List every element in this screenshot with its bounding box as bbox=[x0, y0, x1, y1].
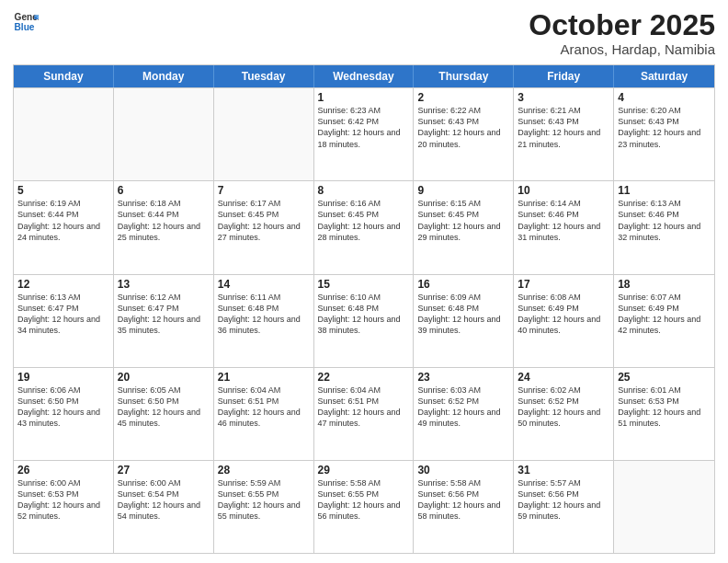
calendar-cell: 29Sunrise: 5:58 AM Sunset: 6:55 PM Dayli… bbox=[314, 461, 415, 553]
day-info: Sunrise: 6:19 AM Sunset: 6:44 PM Dayligh… bbox=[17, 198, 109, 243]
day-info: Sunrise: 6:17 AM Sunset: 6:45 PM Dayligh… bbox=[218, 198, 310, 243]
day-number: 12 bbox=[17, 278, 109, 291]
calendar-cell: 27Sunrise: 6:00 AM Sunset: 6:54 PM Dayli… bbox=[114, 461, 214, 553]
calendar-cell: 25Sunrise: 6:01 AM Sunset: 6:53 PM Dayli… bbox=[614, 368, 714, 460]
weekday-header: Sunday bbox=[14, 65, 114, 87]
calendar-cell: 24Sunrise: 6:02 AM Sunset: 6:52 PM Dayli… bbox=[514, 368, 614, 460]
day-number: 2 bbox=[417, 91, 509, 104]
day-number: 7 bbox=[218, 184, 310, 197]
day-info: Sunrise: 5:58 AM Sunset: 6:56 PM Dayligh… bbox=[417, 477, 509, 523]
day-info: Sunrise: 6:08 AM Sunset: 6:49 PM Dayligh… bbox=[518, 292, 609, 337]
day-number: 21 bbox=[218, 371, 310, 384]
page: General Blue October 2025 Aranos, Hardap… bbox=[0, 0, 728, 563]
day-number: 14 bbox=[218, 278, 310, 291]
calendar-cell: 22Sunrise: 6:04 AM Sunset: 6:51 PM Dayli… bbox=[314, 368, 415, 460]
day-info: Sunrise: 6:06 AM Sunset: 6:50 PM Dayligh… bbox=[17, 385, 109, 430]
day-number: 5 bbox=[17, 184, 109, 197]
calendar-row: 12Sunrise: 6:13 AM Sunset: 6:47 PM Dayli… bbox=[14, 274, 714, 367]
day-number: 16 bbox=[417, 278, 509, 291]
day-number: 19 bbox=[17, 371, 109, 384]
calendar-cell: 26Sunrise: 6:00 AM Sunset: 6:53 PM Dayli… bbox=[14, 461, 114, 553]
calendar-cell: 12Sunrise: 6:13 AM Sunset: 6:47 PM Dayli… bbox=[14, 275, 114, 367]
calendar-cell: 20Sunrise: 6:05 AM Sunset: 6:50 PM Dayli… bbox=[114, 368, 214, 460]
calendar-header: SundayMondayTuesdayWednesdayThursdayFrid… bbox=[14, 65, 714, 87]
day-number: 25 bbox=[618, 371, 711, 384]
calendar-cell: 28Sunrise: 5:59 AM Sunset: 6:55 PM Dayli… bbox=[214, 461, 314, 553]
day-number: 26 bbox=[17, 464, 109, 477]
svg-text:Blue: Blue bbox=[15, 22, 35, 32]
day-number: 11 bbox=[618, 184, 711, 197]
month-title: October 2025 bbox=[529, 9, 715, 41]
calendar-cell: 1Sunrise: 6:23 AM Sunset: 6:42 PM Daylig… bbox=[314, 88, 415, 180]
day-number: 24 bbox=[518, 371, 609, 384]
logo-icon: General Blue bbox=[13, 9, 39, 35]
day-number: 10 bbox=[518, 184, 609, 197]
calendar-row: 19Sunrise: 6:06 AM Sunset: 6:50 PM Dayli… bbox=[14, 367, 714, 460]
day-number: 6 bbox=[118, 184, 210, 197]
weekday-header: Wednesday bbox=[314, 65, 415, 87]
day-info: Sunrise: 6:23 AM Sunset: 6:42 PM Dayligh… bbox=[318, 105, 410, 150]
calendar-cell: 7Sunrise: 6:17 AM Sunset: 6:45 PM Daylig… bbox=[214, 181, 314, 273]
calendar-cell: 17Sunrise: 6:08 AM Sunset: 6:49 PM Dayli… bbox=[514, 275, 614, 367]
calendar-row: 26Sunrise: 6:00 AM Sunset: 6:53 PM Dayli… bbox=[14, 460, 714, 553]
day-info: Sunrise: 6:15 AM Sunset: 6:45 PM Dayligh… bbox=[417, 198, 509, 243]
day-info: Sunrise: 6:00 AM Sunset: 6:54 PM Dayligh… bbox=[118, 477, 210, 523]
calendar-cell: 5Sunrise: 6:19 AM Sunset: 6:44 PM Daylig… bbox=[14, 181, 114, 273]
calendar-cell: 21Sunrise: 6:04 AM Sunset: 6:51 PM Dayli… bbox=[214, 368, 314, 460]
day-info: Sunrise: 6:04 AM Sunset: 6:51 PM Dayligh… bbox=[218, 385, 310, 430]
calendar-cell bbox=[114, 88, 214, 180]
calendar-cell: 3Sunrise: 6:21 AM Sunset: 6:43 PM Daylig… bbox=[514, 88, 614, 180]
day-number: 30 bbox=[417, 464, 509, 477]
day-info: Sunrise: 6:04 AM Sunset: 6:51 PM Dayligh… bbox=[318, 385, 410, 430]
weekday-header: Monday bbox=[114, 65, 214, 87]
calendar-cell: 6Sunrise: 6:18 AM Sunset: 6:44 PM Daylig… bbox=[114, 181, 214, 273]
day-info: Sunrise: 6:12 AM Sunset: 6:47 PM Dayligh… bbox=[118, 292, 210, 337]
day-info: Sunrise: 6:18 AM Sunset: 6:44 PM Dayligh… bbox=[118, 198, 210, 243]
day-info: Sunrise: 6:05 AM Sunset: 6:50 PM Dayligh… bbox=[118, 385, 210, 430]
calendar-cell: 19Sunrise: 6:06 AM Sunset: 6:50 PM Dayli… bbox=[14, 368, 114, 460]
day-number: 28 bbox=[218, 464, 310, 477]
day-info: Sunrise: 6:01 AM Sunset: 6:53 PM Dayligh… bbox=[618, 385, 711, 430]
title-block: October 2025 Aranos, Hardap, Namibia bbox=[529, 9, 715, 57]
day-info: Sunrise: 6:03 AM Sunset: 6:52 PM Dayligh… bbox=[417, 385, 509, 430]
calendar-body: 1Sunrise: 6:23 AM Sunset: 6:42 PM Daylig… bbox=[14, 87, 714, 553]
day-number: 13 bbox=[118, 278, 210, 291]
day-info: Sunrise: 6:11 AM Sunset: 6:48 PM Dayligh… bbox=[218, 292, 310, 337]
day-number: 29 bbox=[318, 464, 410, 477]
calendar-cell: 10Sunrise: 6:14 AM Sunset: 6:46 PM Dayli… bbox=[514, 181, 614, 273]
weekday-header: Tuesday bbox=[214, 65, 314, 87]
calendar-cell: 8Sunrise: 6:16 AM Sunset: 6:45 PM Daylig… bbox=[314, 181, 415, 273]
day-number: 4 bbox=[618, 91, 711, 104]
day-number: 1 bbox=[318, 91, 410, 104]
calendar-cell: 23Sunrise: 6:03 AM Sunset: 6:52 PM Dayli… bbox=[414, 368, 514, 460]
calendar-cell bbox=[14, 88, 114, 180]
day-info: Sunrise: 6:20 AM Sunset: 6:43 PM Dayligh… bbox=[618, 105, 711, 150]
day-info: Sunrise: 5:57 AM Sunset: 6:56 PM Dayligh… bbox=[518, 477, 609, 523]
calendar-row: 5Sunrise: 6:19 AM Sunset: 6:44 PM Daylig… bbox=[14, 180, 714, 273]
day-info: Sunrise: 6:13 AM Sunset: 6:47 PM Dayligh… bbox=[17, 292, 109, 337]
day-info: Sunrise: 6:21 AM Sunset: 6:43 PM Dayligh… bbox=[518, 105, 609, 150]
calendar-cell: 31Sunrise: 5:57 AM Sunset: 6:56 PM Dayli… bbox=[514, 461, 614, 553]
day-info: Sunrise: 6:22 AM Sunset: 6:43 PM Dayligh… bbox=[417, 105, 509, 150]
day-info: Sunrise: 6:02 AM Sunset: 6:52 PM Dayligh… bbox=[518, 385, 609, 430]
calendar-cell: 14Sunrise: 6:11 AM Sunset: 6:48 PM Dayli… bbox=[214, 275, 314, 367]
calendar-cell: 18Sunrise: 6:07 AM Sunset: 6:49 PM Dayli… bbox=[614, 275, 714, 367]
calendar-cell bbox=[614, 461, 714, 553]
location-title: Aranos, Hardap, Namibia bbox=[529, 41, 715, 57]
weekday-header: Saturday bbox=[614, 65, 714, 87]
calendar-cell: 4Sunrise: 6:20 AM Sunset: 6:43 PM Daylig… bbox=[614, 88, 714, 180]
day-info: Sunrise: 6:07 AM Sunset: 6:49 PM Dayligh… bbox=[618, 292, 711, 337]
calendar-cell: 11Sunrise: 6:13 AM Sunset: 6:46 PM Dayli… bbox=[614, 181, 714, 273]
calendar-cell: 16Sunrise: 6:09 AM Sunset: 6:48 PM Dayli… bbox=[414, 275, 514, 367]
day-number: 27 bbox=[118, 464, 210, 477]
day-number: 15 bbox=[318, 278, 410, 291]
calendar-cell: 30Sunrise: 5:58 AM Sunset: 6:56 PM Dayli… bbox=[414, 461, 514, 553]
day-info: Sunrise: 6:09 AM Sunset: 6:48 PM Dayligh… bbox=[417, 292, 509, 337]
calendar-row: 1Sunrise: 6:23 AM Sunset: 6:42 PM Daylig… bbox=[14, 87, 714, 180]
day-info: Sunrise: 5:58 AM Sunset: 6:55 PM Dayligh… bbox=[318, 477, 410, 523]
calendar-cell: 13Sunrise: 6:12 AM Sunset: 6:47 PM Dayli… bbox=[114, 275, 214, 367]
calendar-cell: 2Sunrise: 6:22 AM Sunset: 6:43 PM Daylig… bbox=[414, 88, 514, 180]
header: General Blue October 2025 Aranos, Hardap… bbox=[13, 9, 715, 57]
day-number: 3 bbox=[518, 91, 609, 104]
day-info: Sunrise: 6:13 AM Sunset: 6:46 PM Dayligh… bbox=[618, 198, 711, 243]
